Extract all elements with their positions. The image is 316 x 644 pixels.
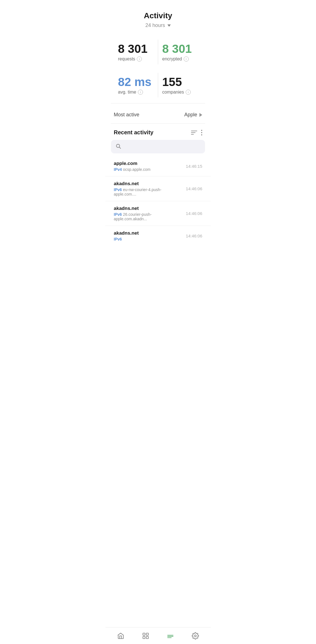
time-filter-label: 24 hours bbox=[145, 22, 165, 28]
activity-domain-0: apple.com bbox=[114, 161, 183, 166]
stat-encrypted: 8 301 encrypted i bbox=[158, 40, 203, 64]
activity-domain-2: akadns.net bbox=[114, 206, 183, 211]
activity-time-1: 14:46:06 bbox=[186, 186, 202, 191]
activity-subdomain-0: ocsp.apple.com bbox=[123, 167, 151, 172]
activity-list: apple.com IPv4 ocsp.apple.com 14:46:15 a… bbox=[105, 156, 211, 246]
most-active-button[interactable]: Apple bbox=[184, 112, 202, 118]
stat-requests-value: 8 301 bbox=[118, 42, 154, 55]
activity-time-0: 14:46:15 bbox=[186, 164, 202, 169]
stat-encrypted-label: encrypted i bbox=[162, 56, 198, 62]
dot-1 bbox=[201, 130, 202, 131]
activity-left-0: apple.com IPv4 ocsp.apple.com bbox=[114, 161, 183, 172]
activity-domain-1: akadns.net bbox=[114, 181, 183, 187]
info-requests-icon[interactable]: i bbox=[137, 56, 142, 62]
svg-line-1 bbox=[119, 147, 121, 149]
list-item[interactable]: akadns.net IPv6 14:46:06 bbox=[105, 226, 211, 246]
filter-line-3 bbox=[191, 134, 194, 135]
list-item[interactable]: apple.com IPv4 ocsp.apple.com 14:46:15 bbox=[105, 156, 211, 176]
most-active-value-text: Apple bbox=[184, 112, 197, 118]
filter-line-1 bbox=[191, 131, 197, 131]
filter-line-2 bbox=[191, 132, 195, 133]
stat-companies-value: 155 bbox=[162, 76, 198, 89]
page-title: Activity bbox=[111, 11, 205, 20]
chevron-down-icon bbox=[167, 24, 171, 27]
search-bar[interactable] bbox=[111, 140, 205, 153]
stat-companies: 155 companies i bbox=[158, 73, 203, 97]
filter-icon[interactable] bbox=[191, 131, 197, 135]
list-item[interactable]: akadns.net IPv6 26.courier-push-apple.co… bbox=[105, 201, 211, 226]
ip-version-1: IPv6 bbox=[114, 187, 122, 192]
activity-meta-2: IPv6 26.courier-push-apple.com.akadn... bbox=[114, 212, 183, 221]
stat-avg-time-label: avg. time i bbox=[118, 90, 154, 95]
search-icon bbox=[115, 143, 121, 150]
stat-requests-label: requests i bbox=[118, 56, 154, 62]
stat-requests: 8 301 requests i bbox=[114, 40, 158, 64]
recent-activity-title: Recent activity bbox=[114, 129, 153, 136]
dot-2 bbox=[201, 132, 202, 133]
stats-grid: 8 301 requests i 8 301 encrypted i 82 ms… bbox=[105, 34, 211, 103]
page-container: Activity 24 hours 8 301 requests i 8 301… bbox=[105, 0, 211, 263]
recent-activity-header: Recent activity bbox=[105, 124, 211, 140]
more-options-icon[interactable] bbox=[201, 130, 202, 135]
ip-version-0: IPv4 bbox=[114, 167, 122, 172]
most-active-label: Most active bbox=[114, 112, 139, 118]
activity-domain-3: akadns.net bbox=[114, 230, 183, 236]
header: Activity 24 hours bbox=[105, 0, 211, 34]
activity-left-3: akadns.net IPv6 bbox=[114, 230, 183, 241]
activity-meta-3: IPv6 bbox=[114, 237, 183, 241]
activity-meta-0: IPv4 ocsp.apple.com bbox=[114, 167, 183, 172]
stat-avg-time: 82 ms avg. time i bbox=[114, 73, 158, 97]
list-item[interactable]: akadns.net IPv6 eu-nw-courier-4.push-app… bbox=[105, 176, 211, 201]
dot-3 bbox=[201, 134, 202, 135]
activity-time-3: 14:46:06 bbox=[186, 233, 202, 238]
activity-time-2: 14:46:06 bbox=[186, 211, 202, 216]
time-filter-button[interactable]: 24 hours bbox=[145, 22, 170, 28]
stats-divider bbox=[111, 103, 205, 103]
info-companies-icon[interactable]: i bbox=[186, 90, 191, 95]
stat-avg-time-value: 82 ms bbox=[118, 76, 154, 89]
header-icons bbox=[191, 130, 202, 135]
stat-companies-label: companies i bbox=[162, 90, 198, 95]
activity-left-1: akadns.net IPv6 eu-nw-courier-4.push-app… bbox=[114, 181, 183, 196]
activity-meta-1: IPv6 eu-nw-courier-4.push-apple.com.... bbox=[114, 187, 183, 196]
info-avgtime-icon[interactable]: i bbox=[138, 90, 143, 95]
info-encrypted-icon[interactable]: i bbox=[184, 56, 189, 62]
search-input[interactable] bbox=[124, 144, 201, 149]
chevron-right-icon bbox=[199, 113, 202, 117]
stat-encrypted-value: 8 301 bbox=[162, 42, 198, 55]
ip-version-2: IPv6 bbox=[114, 212, 122, 217]
most-active-section: Most active Apple bbox=[105, 106, 211, 123]
activity-left-2: akadns.net IPv6 26.courier-push-apple.co… bbox=[114, 206, 183, 221]
ip-version-3: IPv6 bbox=[114, 237, 122, 241]
